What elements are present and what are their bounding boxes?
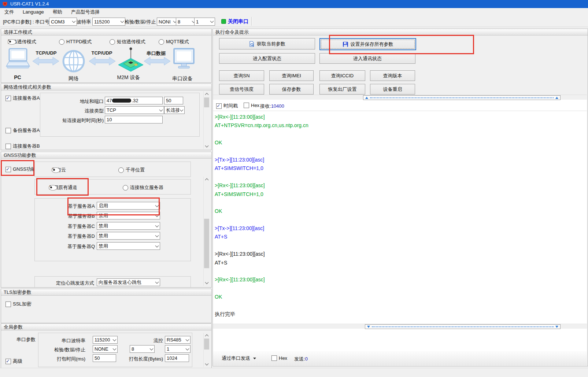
serial-stopbits-select[interactable]: 1 [165, 345, 191, 353]
collapse-down-icon[interactable] [555, 326, 558, 328]
scroll-up-arrow[interactable] [204, 333, 210, 338]
conn-mode-select[interactable]: 长连接 [164, 106, 185, 114]
gnss-server-b-select[interactable]: 禁用 [97, 212, 160, 219]
collapse-up-icon[interactable] [555, 97, 558, 99]
menu-language[interactable]: Language [18, 8, 48, 16]
log-line: OK [215, 138, 587, 147]
scroll-thumb[interactable] [204, 339, 209, 350]
menu-product-model[interactable]: 产品型号选择 [67, 8, 104, 16]
select-value: TCP [107, 107, 116, 113]
serial-databits-select[interactable]: 8 [130, 345, 155, 353]
radio-icon [159, 39, 164, 45]
heartbeat-mode-select[interactable]: 向服务器发送心跳包 [97, 278, 160, 286]
groupbox-title: GNSS功能参数 [1, 152, 211, 159]
advanced-checkbox[interactable]: 高级 [5, 358, 22, 365]
gnss-server-q-select[interactable]: 禁用 [97, 242, 160, 250]
collapse-up-icon[interactable] [365, 97, 368, 99]
scroll-up-arrow[interactable] [204, 91, 210, 97]
databits-select[interactable]: 8 [176, 18, 197, 26]
set-save-params-button[interactable]: 设置并保存所有参数 [319, 38, 416, 50]
serial-parity-select[interactable]: NONE [93, 345, 118, 353]
gnss-server-d-select[interactable]: 禁用 [97, 232, 160, 240]
log-line: AT+SIMSWITCH=1,0 [215, 164, 587, 173]
enter-config-state-button[interactable]: 进入配置状态 [219, 53, 315, 64]
chevron-down-icon [113, 347, 117, 350]
com-port-select[interactable]: COM3 [49, 18, 77, 26]
ssl-encrypt-checkbox[interactable]: SSL加密 [5, 301, 32, 307]
input-value: 10 [107, 117, 112, 122]
baud-select[interactable]: 115200 [92, 18, 125, 26]
select-value: NONI [159, 19, 171, 25]
log-line [215, 173, 587, 181]
select-value: 长连接 [166, 107, 179, 114]
factory-reset-button[interactable]: 恢复出厂设置 [319, 84, 365, 95]
button-label: 设置并保存所有参数 [351, 41, 393, 48]
log-line: >[Tx->][11:23:00][asc] [215, 224, 587, 233]
gnss-scrollbar[interactable] [203, 177, 210, 286]
checkbox-icon [5, 128, 11, 133]
menu-help[interactable]: 帮助 [48, 8, 67, 16]
mode-radio-mqtt[interactable]: MQTT模式 [159, 38, 189, 45]
collapse-down-icon[interactable] [367, 326, 370, 328]
splitter-handle[interactable] [365, 324, 561, 329]
scroll-thumb[interactable] [204, 219, 209, 268]
mode-radio-sms[interactable]: 短信透传模式 [110, 38, 145, 45]
log-line [215, 267, 587, 276]
scroll-down-arrow[interactable] [204, 144, 210, 149]
enter-comm-state-button[interactable]: 进入通讯状态 [319, 53, 415, 64]
scroll-down-arrow[interactable] [204, 362, 210, 367]
query-sn-button[interactable]: 查询SN [219, 70, 264, 81]
query-version-button[interactable]: 查询版本 [370, 70, 415, 81]
connect-server-a-checkbox[interactable]: 连接服务器A [5, 95, 40, 101]
scroll-up-arrow[interactable] [204, 177, 210, 182]
gnss-enable-checkbox[interactable]: GNSS功能 [5, 166, 36, 173]
query-signal-button[interactable]: 查信号强度 [219, 84, 264, 95]
gnss-cloud-panel: 私有云 千寻位置 [34, 162, 191, 177]
short-timeout-label: 短连接超时时间(秒) [43, 117, 104, 124]
get-params-button[interactable]: 获取当前参数 [219, 38, 315, 49]
mode-radio-httpd[interactable]: HTTPD模式 [59, 38, 92, 45]
server-address-input[interactable]: 47.32 [105, 97, 163, 104]
send-hex-checkbox[interactable]: Hex [271, 355, 287, 361]
save-params-button[interactable]: 保存参数 [269, 84, 314, 95]
reuse-channel-radio[interactable]: 复用原有通道 [49, 184, 77, 191]
checkbox-icon [5, 167, 11, 172]
log-output[interactable]: >[Rx<-][11:23:00][asc]AT+NTPSVR=cn.ntp.o… [213, 111, 587, 324]
query-imei-button[interactable]: 查询IMEI [269, 70, 314, 81]
private-cloud-radio[interactable]: 私有云 [52, 167, 66, 173]
log-line: >[Rx<-][11:23:00][asc] [215, 276, 587, 284]
button-label: 通过串口发送 [222, 355, 250, 362]
send-via-serial-button[interactable]: 通过串口发送 [222, 355, 256, 362]
recv-hex-checkbox[interactable]: Hex [244, 103, 259, 108]
gnss-server-c-select[interactable]: 禁用 [97, 222, 160, 230]
mode-radio-net-transparent[interactable]: 网络透传模式 [8, 38, 36, 45]
flow-control-select[interactable]: RS485 [165, 336, 191, 344]
stopbits-select[interactable]: 1 [194, 18, 215, 26]
send-input-area[interactable] [213, 329, 587, 351]
global-params-scrollbar[interactable] [203, 333, 210, 367]
menu-file[interactable]: 文件 [0, 8, 18, 16]
connect-server-b-checkbox[interactable]: 连接服务器B [5, 143, 40, 149]
net-params-scrollbar[interactable] [203, 91, 210, 149]
scroll-down-arrow[interactable] [204, 280, 210, 286]
server-port-input[interactable]: 50 [164, 97, 183, 104]
independent-server-radio[interactable]: 连接独立服务器 [123, 184, 163, 191]
query-iccid-button[interactable]: 查询ICCID [319, 70, 365, 81]
serial-baud-select[interactable]: 115200 [93, 336, 118, 344]
parity-select[interactable]: NONI [157, 18, 178, 26]
splitter-handle[interactable] [363, 95, 561, 100]
scroll-thumb[interactable] [204, 97, 209, 107]
device-restart-button[interactable]: 设备重启 [370, 84, 415, 95]
pack-length-input[interactable]: 1024 [165, 354, 189, 362]
conn-type-select[interactable]: TCP [105, 106, 164, 114]
pack-time-label: 打包时间(ms) [41, 356, 85, 362]
short-timeout-input[interactable]: 10 [105, 116, 163, 123]
backup-server-a-checkbox[interactable]: 备份服务器A [5, 127, 40, 134]
close-port-button[interactable]: 关闭串口 [228, 18, 248, 25]
pack-time-input[interactable]: 50 [93, 354, 116, 362]
timestamp-checkbox[interactable]: 时间戳 [216, 103, 238, 109]
qianxun-location-radio[interactable]: 千寻位置 [118, 167, 145, 173]
gnss-heartbeat-panel: 定位心跳发送方式 向服务器发送心跳包 [34, 276, 191, 288]
gnss-server-a-select[interactable]: 启用 [97, 202, 160, 210]
network-globe-icon [63, 51, 84, 71]
